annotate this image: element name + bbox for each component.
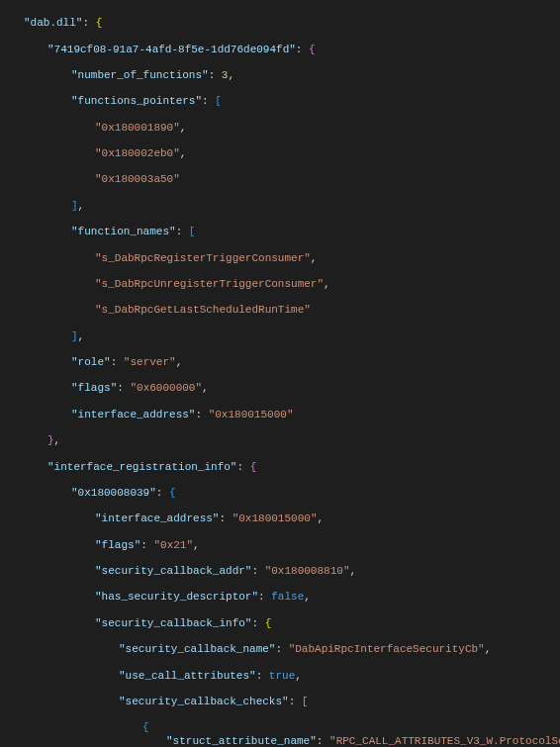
line: "0x180003a50" [0,173,560,186]
line: "use_call_attributes": true, [0,670,560,683]
line: "s_DabRpcRegisterTriggerConsumer", [0,252,560,265]
line: "s_DabRpcGetLastScheduledRunTime" [0,304,560,317]
line: "interface_address": "0x180015000" [0,409,560,421]
line: "security_callback_checks": [ [0,696,560,708]
line: "number_of_functions": 3, [0,69,560,82]
line: "functions_pointers": [ [0,95,560,108]
line: "flags": "0x21", [0,539,560,552]
line: "has_security_descriptor": false, [0,591,560,604]
line: ], [0,330,560,343]
line: "struct_attribute_name": "RPC_CALL_ATTRI… [0,735,560,748]
line: "security_callback_info": { [0,617,560,630]
line: "0x180001890", [0,122,560,135]
line: "security_callback_name": "DabApiRpcInte… [0,643,560,656]
line: "interface_registration_info": { [0,461,560,474]
json-code-block: "dab.dll": { "7419cf08-91a7-4afd-8f5e-1d… [0,0,560,747]
line: "security_callback_addr": "0x180008810", [0,565,560,578]
line: "flags": "0x6000000", [0,382,560,395]
line: }, [0,434,560,447]
line: "s_DabRpcUnregisterTriggerConsumer", [0,278,560,291]
line: "interface_address": "0x180015000", [0,513,560,525]
line: "7419cf08-91a7-4afd-8f5e-1dd76de094fd": … [0,44,560,56]
line: { [0,721,560,734]
line: "role": "server", [0,356,560,369]
line: "function_names": [ [0,226,560,238]
line: "dab.dll": { [0,17,560,30]
line: ], [0,200,560,213]
line: "0x180002eb0", [0,147,560,160]
line: "0x180008039": { [0,487,560,500]
